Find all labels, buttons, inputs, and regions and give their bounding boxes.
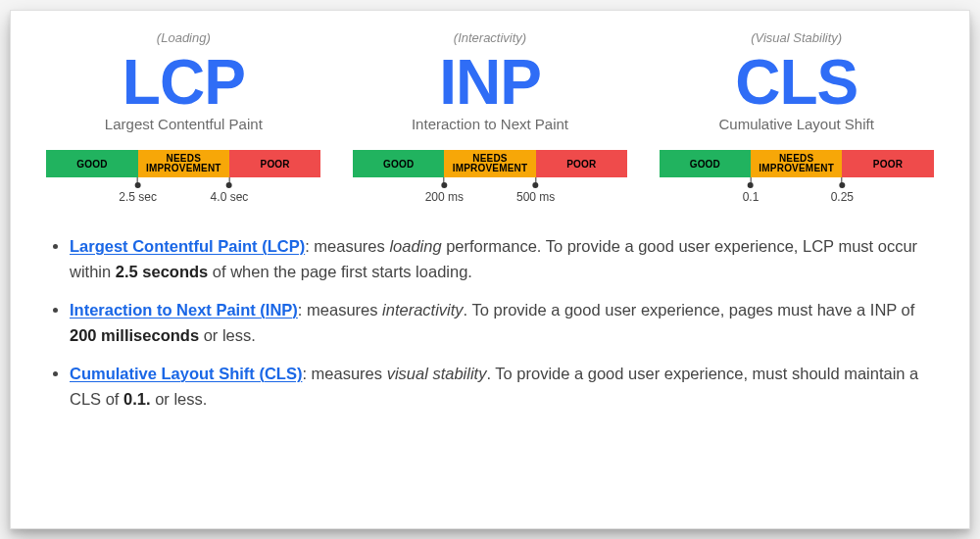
threshold-2-label: 500 ms <box>516 190 555 204</box>
term-link[interactable]: Largest Contentful Paint (LCP) <box>70 237 305 255</box>
tick-1: 0.1 <box>743 177 760 204</box>
threshold-2-label: 4.0 sec <box>211 190 249 204</box>
metrics-row: (Loading) LCP Largest Contentful Paint G… <box>40 30 940 205</box>
descriptions-list: Largest Contentful Paint (LCP): measures… <box>40 234 940 412</box>
threshold-1-label: 0.1 <box>743 190 760 204</box>
term-link[interactable]: Interaction to Next Paint (INP) <box>70 301 298 318</box>
description-cls: Cumulative Layout Shift (CLS): measures … <box>70 362 940 412</box>
segment-good: GOOD <box>353 150 444 177</box>
segment-needs-improvement: NEEDS IMPROVEMENT <box>138 150 229 177</box>
threshold-bar: GOOD NEEDS IMPROVEMENT POOR 0.1 0.25 <box>660 150 934 205</box>
metric-inp: (Interactivity) INP Interaction to Next … <box>347 30 634 205</box>
description-inp: Interaction to Next Paint (INP): measure… <box>70 298 940 348</box>
segment-good: GOOD <box>660 150 751 177</box>
threshold-1-label: 2.5 sec <box>119 190 157 204</box>
segment-needs-improvement: NEEDS IMPROVEMENT <box>751 150 842 177</box>
threshold-bar: GOOD NEEDS IMPROVEMENT POOR 200 ms 500 m… <box>353 150 627 205</box>
metric-acronym: INP <box>347 51 634 114</box>
metric-acronym: LCP <box>40 51 327 114</box>
term-link[interactable]: Cumulative Layout Shift (CLS) <box>70 365 302 382</box>
metric-category: (Interactivity) <box>347 30 634 45</box>
threshold-1-label: 200 ms <box>425 190 464 204</box>
metric-fullname: Cumulative Layout Shift <box>653 116 940 132</box>
tick-2: 0.25 <box>831 177 854 204</box>
segment-good: GOOD <box>46 150 137 177</box>
segment-poor: POOR <box>229 150 320 177</box>
threshold-2-label: 0.25 <box>831 190 854 204</box>
threshold-bar: GOOD NEEDS IMPROVEMENT POOR 2.5 sec 4.0 … <box>46 150 320 205</box>
metric-category: (Loading) <box>40 30 327 45</box>
tick-2: 4.0 sec <box>211 177 249 204</box>
segment-needs-improvement: NEEDS IMPROVEMENT <box>444 150 535 177</box>
metric-category: (Visual Stability) <box>653 30 940 45</box>
metric-fullname: Interaction to Next Paint <box>347 116 634 132</box>
metric-lcp: (Loading) LCP Largest Contentful Paint G… <box>40 30 327 205</box>
segment-poor: POOR <box>536 150 627 177</box>
tick-2: 500 ms <box>516 177 555 204</box>
tick-1: 200 ms <box>425 177 464 204</box>
segment-poor: POOR <box>842 150 933 177</box>
tick-1: 2.5 sec <box>119 177 157 204</box>
metric-fullname: Largest Contentful Paint <box>40 116 327 132</box>
metric-acronym: CLS <box>653 51 940 114</box>
description-lcp: Largest Contentful Paint (LCP): measures… <box>70 234 940 284</box>
metric-cls: (Visual Stability) CLS Cumulative Layout… <box>653 30 940 205</box>
core-web-vitals-card: (Loading) LCP Largest Contentful Paint G… <box>10 10 970 529</box>
